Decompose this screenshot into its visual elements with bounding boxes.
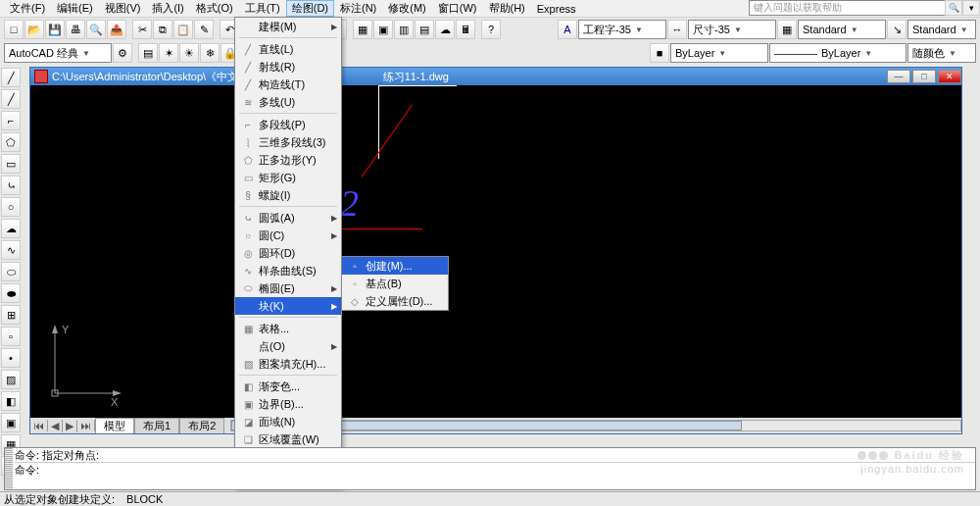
ws-settings-icon[interactable]: ⚙: [113, 43, 132, 63]
gradient-icon[interactable]: ◧: [1, 391, 21, 411]
spline-icon[interactable]: ∿: [1, 240, 21, 260]
menu-item[interactable]: ∿样条曲线(S): [235, 262, 341, 279]
menu-item[interactable]: §螺旋(I): [235, 186, 341, 204]
menu-item[interactable]: ⬭椭圆(E)▶: [235, 279, 341, 297]
rect-icon[interactable]: ▭: [1, 154, 21, 174]
menu-item[interactable]: ╱射线(R): [235, 58, 341, 76]
mleaderstyle-combo[interactable]: Standard▼: [907, 20, 976, 39]
help-dropdown-icon[interactable]: ▾: [962, 0, 980, 16]
tab-prev-icon[interactable]: ◀: [48, 420, 63, 432]
publish-icon[interactable]: 📤: [107, 20, 126, 39]
tab-layout1[interactable]: 布局1: [134, 418, 179, 433]
match-icon[interactable]: ✎: [194, 20, 214, 39]
tab-first-icon[interactable]: ⏮: [30, 420, 48, 431]
menu-item[interactable]: ◪面域(N): [235, 413, 341, 430]
textstyle-combo[interactable]: 工程字-35▼: [578, 20, 666, 39]
menu-item[interactable]: ⦚三维多段线(3): [235, 133, 341, 151]
menu-item[interactable]: ⬠正多边形(Y): [235, 151, 341, 169]
preview-icon[interactable]: 🔍: [86, 20, 106, 39]
menu-item[interactable]: ≋多线(U): [235, 93, 341, 111]
paste-icon[interactable]: 📋: [173, 20, 193, 39]
help-search-icon[interactable]: 🔍: [945, 0, 962, 16]
ellipsearc-icon[interactable]: ⬬: [1, 283, 21, 303]
doc-minimize-icon[interactable]: —: [887, 70, 910, 83]
properties-icon[interactable]: ▦: [353, 20, 372, 39]
menu-item[interactable]: 建模(M)▶: [235, 18, 341, 35]
submenu-item[interactable]: ▫基点(B): [342, 275, 448, 292]
menu-view[interactable]: 视图(V): [99, 0, 147, 17]
command-window[interactable]: 命令: 指定对角点: 命令:: [4, 447, 976, 490]
sheetset-icon[interactable]: ▤: [415, 20, 434, 39]
tab-layout2[interactable]: 布局2: [179, 418, 224, 433]
hatch-icon[interactable]: ▨: [1, 370, 21, 389]
layer2-icon[interactable]: ✶: [159, 43, 178, 63]
menu-item[interactable]: ╱构造线(T): [235, 76, 341, 93]
menu-item[interactable]: ◎圆环(D): [235, 244, 341, 262]
revcloud-icon[interactable]: ☁: [1, 219, 21, 238]
tab-last-icon[interactable]: ⏭: [77, 420, 95, 431]
color-icon[interactable]: ■: [650, 43, 669, 63]
menu-item[interactable]: ❏区域覆盖(W): [235, 430, 341, 448]
cmd-grip[interactable]: [5, 448, 13, 489]
menu-item[interactable]: ○圆(C)▶: [235, 227, 341, 244]
menu-express[interactable]: Express: [531, 2, 582, 16]
plotstyle-combo[interactable]: 随颜色▼: [907, 43, 976, 63]
drawing-canvas[interactable]: 2 X Y: [30, 85, 961, 416]
menu-help[interactable]: 帮助(H): [483, 0, 531, 17]
menu-item[interactable]: ⌐多段线(P): [235, 116, 341, 133]
ellipse-icon[interactable]: ⬭: [1, 262, 21, 281]
pline-icon[interactable]: ⌐: [1, 111, 21, 130]
menu-format[interactable]: 格式(O): [190, 0, 239, 17]
layer3-icon[interactable]: ☀: [179, 43, 199, 63]
help-icon[interactable]: ?: [481, 20, 501, 39]
submenu-item[interactable]: ▫创建(M)...: [342, 257, 448, 275]
print-icon[interactable]: 🖶: [66, 20, 85, 39]
tab-next-icon[interactable]: ▶: [63, 420, 77, 432]
layer-icon[interactable]: ▤: [138, 43, 158, 63]
open-icon[interactable]: 📂: [24, 20, 44, 39]
mleaderstyle-icon[interactable]: ↘: [887, 20, 906, 39]
menu-item[interactable]: 点(O)▶: [235, 337, 341, 355]
dimstyle-icon[interactable]: ↔: [667, 20, 687, 39]
menu-item[interactable]: ▨图案填充(H)...: [235, 355, 341, 373]
menu-item[interactable]: 块(K)▶: [235, 297, 341, 315]
help-search-input[interactable]: 键入问题以获取帮助: [749, 0, 976, 16]
submenu-item[interactable]: ◇定义属性(D)...: [342, 292, 448, 310]
menu-edit[interactable]: 编辑(E): [51, 0, 99, 17]
line-icon[interactable]: ╱: [1, 68, 21, 87]
markup-icon[interactable]: ☁: [435, 20, 455, 39]
menu-modify[interactable]: 修改(M): [382, 0, 432, 17]
new-icon[interactable]: □: [4, 20, 24, 39]
save-icon[interactable]: 💾: [45, 20, 65, 39]
menu-item[interactable]: ⤿圆弧(A)▶: [235, 209, 341, 227]
menu-item[interactable]: ▭矩形(G): [235, 169, 341, 186]
region-icon[interactable]: ▣: [1, 413, 21, 432]
menu-item[interactable]: ▣边界(B)...: [235, 395, 341, 413]
doc-maximize-icon[interactable]: □: [912, 70, 936, 83]
dimstyle-combo[interactable]: 尺寸-35▼: [688, 20, 776, 39]
toolpalette-icon[interactable]: ▥: [394, 20, 414, 39]
menu-item[interactable]: ◧渐变色...: [235, 378, 341, 395]
xline-icon[interactable]: ╱: [1, 89, 21, 109]
menu-item[interactable]: ╱直线(L): [235, 40, 341, 58]
arc-icon[interactable]: ⤿: [1, 176, 21, 195]
menu-tools[interactable]: 工具(T): [239, 0, 286, 17]
textstyle-icon[interactable]: A: [558, 20, 577, 39]
menu-dimension[interactable]: 标注(N): [334, 0, 382, 17]
tab-model[interactable]: 模型: [95, 418, 134, 433]
linetype-combo[interactable]: ———— ByLayer▼: [769, 43, 906, 63]
document-titlebar[interactable]: C:\Users\Administrator\Desktop\《中文版Aut 练…: [30, 68, 961, 85]
circle-icon[interactable]: ○: [1, 197, 21, 217]
tablestyle-combo[interactable]: Standard▼: [798, 20, 886, 39]
insert-icon[interactable]: ⊞: [1, 305, 21, 325]
polygon-icon[interactable]: ⬠: [1, 132, 21, 152]
calc-icon[interactable]: 🖩: [456, 20, 475, 39]
color-combo[interactable]: ByLayer▼: [670, 43, 768, 63]
cmd-input[interactable]: 命令:: [15, 462, 975, 476]
workspace-combo[interactable]: AutoCAD 经典▼: [4, 43, 112, 63]
point-icon[interactable]: •: [1, 348, 21, 368]
copy-icon[interactable]: ⧉: [153, 20, 172, 39]
menu-item[interactable]: ▦表格...: [235, 320, 341, 337]
designcenter-icon[interactable]: ▣: [373, 20, 393, 39]
block-icon[interactable]: ▫: [1, 327, 21, 346]
